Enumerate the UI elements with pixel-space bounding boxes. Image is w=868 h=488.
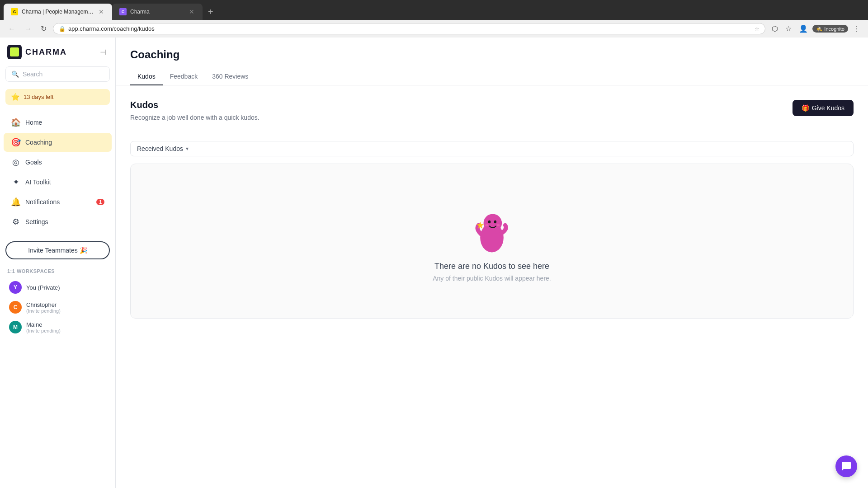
- logo: CHARMA: [7, 45, 67, 59]
- sidebar-item-ai-toolkit[interactable]: ✦ AI Toolkit: [4, 173, 112, 192]
- search-icon: 🔍: [11, 70, 19, 78]
- sidebar-item-ai-toolkit-label: AI Toolkit: [25, 178, 104, 186]
- kudos-empty-state: There are no Kudos to see here Any of th…: [130, 164, 854, 319]
- tab-feedback[interactable]: Feedback: [163, 68, 205, 85]
- svg-point-2: [488, 221, 491, 223]
- workspace-maine-sub: (Invite pending): [26, 328, 61, 333]
- sidebar-item-coaching[interactable]: 🎯 Coaching: [4, 133, 112, 152]
- chat-fab-button[interactable]: [835, 455, 857, 477]
- trial-banner: ⭐ 13 days left: [5, 89, 110, 105]
- tab-nav: Kudos Feedback 360 Reviews: [130, 68, 854, 85]
- filter-label: Received Kudos: [137, 145, 183, 152]
- address-bar-row: ← → ↻ 🔒 app.charma.com/coaching/kudos ☆ …: [0, 20, 868, 38]
- sidebar: CHARMA ⊣ 🔍 Search ⭐ 13 days left 🏠 Home …: [0, 38, 116, 488]
- incognito-label: Incognito: [824, 26, 844, 32]
- chat-icon: [841, 461, 852, 472]
- empty-state-content: There are no Kudos to see here Any of th…: [433, 200, 551, 282]
- menu-button[interactable]: ⋮: [850, 23, 863, 35]
- sidebar-item-settings[interactable]: ⚙ Settings: [4, 212, 112, 231]
- empty-state-title: There are no Kudos to see here: [434, 262, 549, 271]
- workspace-section: 1:1 Workspaces Y You (Private) C Christo…: [0, 265, 115, 341]
- tab-bar: C Charma | People Management S... ✕ C Ch…: [0, 0, 868, 20]
- incognito-icon: 🕵️: [816, 26, 822, 32]
- app-container: CHARMA ⊣ 🔍 Search ⭐ 13 days left 🏠 Home …: [0, 38, 868, 488]
- filter-dropdown[interactable]: Received Kudos ▾: [130, 141, 854, 156]
- sidebar-item-settings-label: Settings: [25, 218, 104, 225]
- tab-2-close[interactable]: ✕: [188, 7, 195, 16]
- notifications-icon: 🔔: [11, 197, 21, 207]
- workspace-section-label: 1:1 Workspaces: [7, 268, 108, 274]
- kudos-title: Kudos: [130, 100, 259, 110]
- lock-icon: 🔒: [59, 26, 66, 32]
- forward-button[interactable]: →: [22, 23, 34, 35]
- page-title: Coaching: [130, 48, 854, 61]
- workspace-item-you[interactable]: Y You (Private): [7, 277, 108, 297]
- home-icon: 🏠: [11, 117, 21, 127]
- profile-button[interactable]: 👤: [796, 23, 811, 35]
- gift-icon: 🎁: [802, 104, 809, 112]
- tab-2-favicon: C: [119, 8, 127, 15]
- tab-kudos[interactable]: Kudos: [130, 68, 163, 85]
- browser-chrome: C Charma | People Management S... ✕ C Ch…: [0, 0, 868, 38]
- workspace-christopher-name: Christopher: [26, 301, 61, 308]
- kudos-content-header: Kudos Recognize a job well done with a q…: [130, 100, 854, 132]
- bookmark-button[interactable]: ☆: [783, 23, 794, 35]
- sidebar-item-home[interactable]: 🏠 Home: [4, 113, 112, 132]
- avatar-maine: M: [9, 321, 22, 333]
- new-tab-button[interactable]: +: [203, 5, 219, 19]
- invite-teammates-button[interactable]: Invite Teammates 🎉: [5, 241, 110, 259]
- notifications-badge: 1: [96, 199, 104, 205]
- sidebar-item-coaching-label: Coaching: [25, 139, 104, 146]
- star-icon[interactable]: ☆: [755, 26, 760, 32]
- workspace-christopher-info: Christopher (Invite pending): [26, 301, 61, 314]
- settings-icon: ⚙: [11, 217, 21, 227]
- goals-icon: ◎: [11, 157, 21, 167]
- give-kudos-label: Give Kudos: [812, 104, 844, 112]
- empty-state-subtitle: Any of their public Kudos will appear he…: [433, 275, 551, 282]
- sidebar-item-goals[interactable]: ◎ Goals: [4, 153, 112, 172]
- search-box[interactable]: 🔍 Search: [5, 66, 110, 82]
- sidebar-item-goals-label: Goals: [25, 159, 104, 166]
- trial-text: 13 days left: [24, 94, 54, 100]
- tab-1-close[interactable]: ✕: [98, 7, 105, 16]
- workspace-you-name: You (Private): [26, 284, 60, 291]
- give-kudos-button[interactable]: 🎁 Give Kudos: [793, 100, 854, 116]
- address-bar[interactable]: 🔒 app.charma.com/coaching/kudos ☆: [53, 23, 765, 34]
- main-content: Coaching Kudos Feedback 360 Reviews Kudo…: [116, 38, 868, 488]
- coaching-icon: 🎯: [11, 137, 21, 147]
- tab-1-favicon: C: [11, 8, 18, 15]
- logo-icon: [7, 45, 22, 59]
- tab-2[interactable]: C Charma ✕: [112, 4, 203, 20]
- sidebar-header: CHARMA ⊣: [0, 38, 115, 63]
- tab-2-title: Charma: [130, 9, 184, 15]
- logo-text: CHARMA: [25, 47, 67, 57]
- tab-360-reviews[interactable]: 360 Reviews: [205, 68, 255, 85]
- avatar-christopher: C: [9, 301, 22, 314]
- kudos-subtitle: Recognize a job well done with a quick k…: [130, 114, 259, 121]
- search-placeholder: Search: [23, 70, 42, 78]
- browser-actions: ⬡ ☆ 👤 🕵️ Incognito ⋮: [769, 23, 863, 35]
- avatar-you: Y: [9, 281, 22, 294]
- workspace-item-maine[interactable]: M Maine (Invite pending): [7, 317, 108, 337]
- workspace-maine-name: Maine: [26, 321, 61, 328]
- refresh-button[interactable]: ↻: [38, 23, 49, 35]
- workspace-you-info: You (Private): [26, 284, 60, 291]
- sidebar-item-home-label: Home: [25, 119, 104, 126]
- svg-point-5: [485, 224, 488, 226]
- workspace-christopher-sub: (Invite pending): [26, 308, 61, 314]
- page-header: Coaching Kudos Feedback 360 Reviews: [116, 38, 868, 85]
- sidebar-collapse-button[interactable]: ⊣: [98, 46, 108, 58]
- address-text: app.charma.com/coaching/kudos: [68, 25, 752, 32]
- svg-point-1: [484, 214, 502, 232]
- svg-point-3: [494, 221, 497, 223]
- sidebar-item-notifications[interactable]: 🔔 Notifications 1: [4, 192, 112, 211]
- chevron-down-icon: ▾: [186, 145, 189, 152]
- tab-1[interactable]: C Charma | People Management S... ✕: [4, 4, 112, 20]
- workspace-maine-info: Maine (Invite pending): [26, 321, 61, 333]
- kudos-title-section: Kudos Recognize a job well done with a q…: [130, 100, 259, 132]
- cast-button[interactable]: ⬡: [769, 23, 781, 35]
- back-button[interactable]: ←: [5, 23, 18, 35]
- logo-icon-inner: [10, 47, 19, 56]
- workspace-item-christopher[interactable]: C Christopher (Invite pending): [7, 297, 108, 317]
- nav-section: 🏠 Home 🎯 Coaching ◎ Goals ✦ AI Toolkit 🔔…: [0, 108, 115, 236]
